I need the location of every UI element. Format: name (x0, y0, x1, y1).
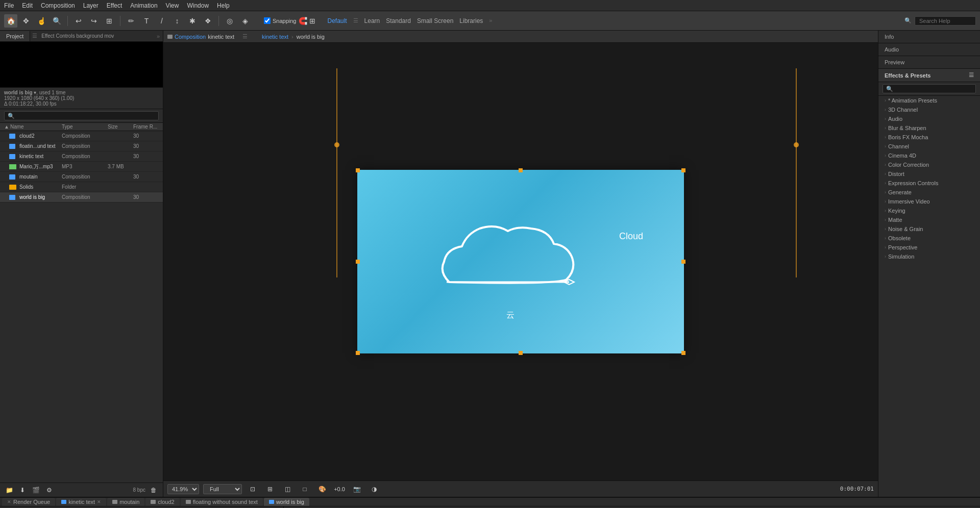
tool-grid[interactable]: ⊞ (103, 14, 116, 28)
info-tab[interactable]: Info (878, 31, 980, 43)
viewer-color-btn[interactable]: 🎨 (315, 482, 329, 496)
menu-composition[interactable]: Composition (41, 2, 75, 9)
preview-tab[interactable]: Preview (878, 56, 980, 69)
menu-window[interactable]: Window (187, 2, 209, 9)
viewer-exposure-btn[interactable]: +0.0 (333, 482, 346, 496)
effect-item[interactable]: ›Blur & Sharpen (878, 123, 980, 133)
project-tab[interactable]: Project (0, 31, 30, 41)
project-search-input[interactable] (4, 111, 159, 120)
tool-stamp[interactable]: ↕ (170, 14, 184, 28)
effect-item[interactable]: ›Audio (878, 114, 980, 123)
kinetic-tab-close[interactable]: ✕ (97, 499, 101, 504)
effect-item[interactable]: ›Cinema 4D (878, 151, 980, 160)
tool-puppet[interactable]: ◎ (223, 14, 236, 28)
viewer-grid-btn[interactable]: ⊞ (263, 482, 277, 496)
effect-item[interactable]: ›Keying (878, 206, 980, 215)
viewer-fit-btn[interactable]: ⊡ (246, 482, 259, 496)
file-item[interactable]: world is big Composition 30 (0, 192, 163, 202)
effect-item[interactable]: ›Matte (878, 215, 980, 224)
quality-select[interactable]: Full Half Quarter (203, 484, 242, 494)
file-item[interactable]: Solids Folder (0, 182, 163, 192)
viewer-snapshot-btn[interactable]: 📷 (350, 482, 363, 496)
tool-home[interactable]: 🏠 (4, 14, 17, 28)
panel-expand-icon[interactable]: » (157, 33, 160, 39)
tool-diamond[interactable]: ❖ (201, 14, 214, 28)
handle-tc[interactable] (519, 168, 523, 172)
workspace-menu-icon[interactable]: ☰ (353, 17, 358, 24)
workspace-learn[interactable]: Learn (364, 17, 380, 24)
render-queue-close[interactable]: ✕ (7, 499, 11, 504)
tool-rotate-right[interactable]: ↪ (87, 14, 101, 28)
effect-item[interactable]: ›Distort (878, 169, 980, 179)
effect-item[interactable]: ›* Animation Presets (878, 96, 980, 105)
project-settings[interactable]: ⚙ (44, 485, 54, 495)
effect-controls-tab[interactable]: Effect Controls background mov (41, 33, 157, 39)
effect-item[interactable]: ›Color Correction (878, 160, 980, 169)
effect-item[interactable]: ›Generate (878, 188, 980, 197)
handle-br[interactable] (681, 351, 685, 355)
effect-item[interactable]: ›Obsolete (878, 234, 980, 243)
menu-edit[interactable]: Edit (22, 2, 33, 9)
tool-puppet2[interactable]: ◈ (238, 14, 252, 28)
menu-effect[interactable]: Effect (107, 2, 122, 9)
timeline-tab-floating[interactable]: floating without sound text (181, 498, 263, 506)
more-workspaces-icon[interactable]: » (489, 17, 492, 24)
zoom-select[interactable]: 41.9% 100% 50% 25% (167, 484, 199, 494)
effects-menu-icon[interactable]: ☰ (969, 72, 974, 79)
effect-item[interactable]: ›Simulation (878, 252, 980, 261)
tool-select[interactable]: ✥ (19, 14, 33, 28)
timeline-tab-moutain[interactable]: moutain (107, 498, 144, 506)
file-item[interactable]: moutain Composition 30 (0, 172, 163, 182)
menu-layer[interactable]: Layer (83, 2, 99, 9)
breadcrumb-kinetic[interactable]: kinetic text (262, 34, 288, 40)
handle-lc[interactable] (356, 260, 360, 264)
effect-item[interactable]: ›3D Channel (878, 105, 980, 114)
menu-animation[interactable]: Animation (130, 2, 157, 9)
tool-line[interactable]: / (155, 14, 168, 28)
handle-bl[interactable] (356, 351, 360, 355)
workspace-small-screen[interactable]: Small Screen (417, 17, 453, 24)
effect-item[interactable]: ›Noise & Grain (878, 224, 980, 234)
tool-rotate[interactable]: ↩ (72, 14, 85, 28)
file-item[interactable]: Mario,万...mp3 MP3 3.7 MB (0, 162, 163, 172)
project-new-comp[interactable]: 🎬 (31, 485, 41, 495)
tool-pen[interactable]: ✏ (125, 14, 138, 28)
project-delete[interactable]: 🗑 (149, 485, 159, 495)
search-help-input[interactable] (915, 16, 976, 26)
timeline-tab-cloud2[interactable]: cloud2 (145, 498, 179, 506)
timeline-tab-render-queue[interactable]: ✕ Render Queue (2, 498, 55, 506)
tool-zoom[interactable]: 🔍 (50, 14, 63, 28)
tool-hand[interactable]: ☝ (35, 14, 48, 28)
effect-item[interactable]: ›Immersive Video (878, 197, 980, 206)
menu-file[interactable]: File (4, 2, 14, 9)
workspace-standard[interactable]: Standard (386, 17, 411, 24)
comp-panel-menu[interactable]: ☰ (242, 33, 248, 40)
timeline-tab-kinetic[interactable]: kinetic text ✕ (56, 498, 106, 506)
handle-bc[interactable] (519, 351, 523, 355)
handle-rc[interactable] (681, 260, 685, 264)
audio-tab[interactable]: Audio (878, 43, 980, 56)
tool-text[interactable]: T (140, 14, 153, 28)
workspace-libraries[interactable]: Libraries (459, 17, 483, 24)
file-item[interactable]: floatin...und text Composition 30 (0, 141, 163, 151)
snapping-checkbox[interactable] (264, 17, 271, 24)
workspace-default[interactable]: Default (328, 17, 347, 24)
effect-item[interactable]: ›Channel (878, 142, 980, 151)
viewer-safe-btn[interactable]: □ (298, 482, 311, 496)
timeline-tab-world[interactable]: world is big (264, 498, 309, 506)
effect-item[interactable]: ›Perspective (878, 243, 980, 252)
project-panel-menu[interactable]: ☰ (32, 33, 37, 39)
tool-star[interactable]: ✱ (186, 14, 199, 28)
viewer-alpha-btn[interactable]: ◑ (368, 482, 381, 496)
breadcrumb-world[interactable]: world is big (297, 34, 325, 40)
handle-tr[interactable] (681, 168, 685, 172)
menu-help[interactable]: Help (217, 2, 230, 9)
viewer-guide-btn[interactable]: ◫ (281, 482, 294, 496)
effect-item[interactable]: ›Expression Controls (878, 179, 980, 188)
effects-search-input[interactable] (883, 84, 976, 93)
file-item[interactable]: cloud2 Composition 30 (0, 131, 163, 141)
project-new-folder[interactable]: 📁 (4, 485, 14, 495)
handle-tl[interactable] (356, 168, 360, 172)
effect-item[interactable]: ›Boris FX Mocha (878, 133, 980, 142)
project-import[interactable]: ⬇ (17, 485, 28, 495)
